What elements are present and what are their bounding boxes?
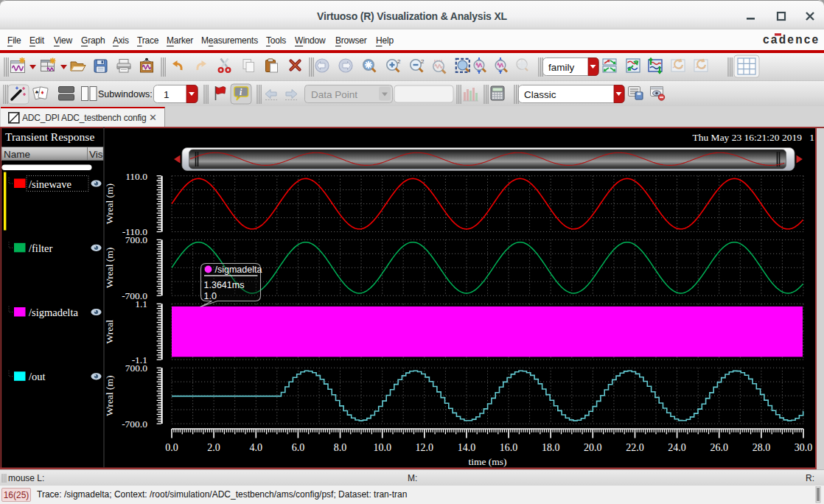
svg-text:700.0: 700.0 [125, 363, 148, 374]
svg-text:2: 2 [421, 58, 425, 65]
svg-text:8.0: 8.0 [334, 442, 347, 453]
svg-text:/sinewave: /sinewave [29, 178, 71, 190]
svg-text:Subwindows:: Subwindows: [98, 89, 153, 99]
svg-text:Classic: Classic [524, 89, 556, 100]
svg-text:/sigmadelta: /sigmadelta [29, 307, 78, 318]
svg-text:20.0: 20.0 [584, 442, 602, 453]
svg-text:6.0: 6.0 [292, 442, 305, 453]
svg-text:/out: /out [29, 371, 46, 382]
svg-text:Wreal (m): Wreal (m) [104, 183, 115, 224]
svg-text:1: 1 [809, 132, 814, 143]
svg-text:Wreal (m): Wreal (m) [104, 248, 115, 288]
svg-text:4.0: 4.0 [250, 442, 263, 453]
svg-text:Wreal (m): Wreal (m) [104, 375, 115, 416]
svg-text:♦: ♦ [41, 89, 44, 96]
svg-text:24.0: 24.0 [668, 442, 686, 453]
svg-text:1.0: 1.0 [204, 291, 217, 301]
svg-text:700.0: 700.0 [125, 234, 148, 245]
svg-text:2.0: 2.0 [207, 442, 220, 453]
svg-text:Wreal: Wreal [104, 320, 115, 344]
svg-text:1.1: 1.1 [135, 298, 147, 309]
svg-text:1: 1 [164, 89, 170, 100]
svg-text:1.3641ms: 1.3641ms [204, 280, 245, 290]
svg-text:12.0: 12.0 [416, 442, 434, 453]
svg-text:22.0: 22.0 [626, 442, 644, 453]
svg-text:/sigmadelta: /sigmadelta [215, 265, 262, 275]
svg-text:30.0: 30.0 [795, 442, 813, 453]
svg-text:Thu May 23 16:21:20 2019: Thu May 23 16:21:20 2019 [693, 132, 803, 143]
svg-text:Data Point: Data Point [311, 89, 357, 100]
svg-text:26.0: 26.0 [710, 442, 728, 453]
svg-text:0.0: 0.0 [165, 442, 178, 453]
svg-text:10.0: 10.0 [373, 442, 391, 453]
svg-text:Vis: Vis [89, 149, 103, 160]
svg-text:Name: Name [4, 149, 30, 160]
svg-text:-700.0: -700.0 [122, 419, 147, 430]
svg-text:time (ms): time (ms) [468, 456, 506, 467]
svg-text:110.0: 110.0 [125, 171, 147, 182]
svg-text:Transient Response: Transient Response [5, 130, 94, 143]
svg-text:18.0: 18.0 [542, 442, 560, 453]
svg-text:/filter: /filter [29, 242, 52, 254]
svg-text:28.0: 28.0 [753, 442, 771, 453]
svg-text:family: family [548, 62, 575, 73]
svg-text:14.0: 14.0 [458, 442, 476, 453]
svg-text:2: 2 [397, 58, 401, 65]
svg-text:16.0: 16.0 [500, 442, 518, 453]
